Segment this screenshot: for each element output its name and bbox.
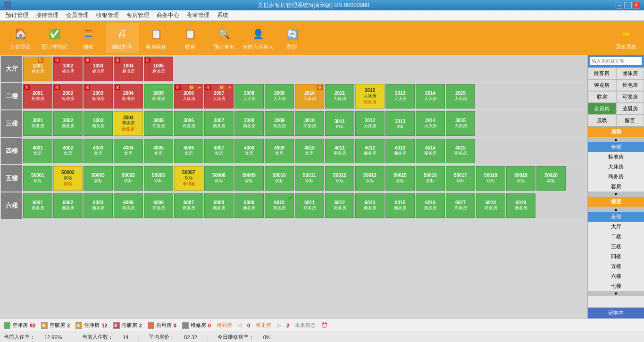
room-4012[interactable]: 4012商务房	[355, 139, 385, 163]
room-3013[interactable]: 3013 tRE	[385, 111, 415, 136]
room-6015[interactable]: 6015商务房	[385, 193, 415, 218]
room-50001[interactable]: 50001双标	[23, 166, 52, 191]
room-3004[interactable]: 3004 商务房 欧阳挺	[114, 111, 143, 136]
floor-lobby-filter[interactable]: 大厅	[588, 222, 644, 232]
room-type-down-arrow[interactable]: ▼	[588, 192, 644, 197]
room-4014[interactable]: 4014商务房	[416, 139, 445, 163]
room-type-standard[interactable]: 标准房	[588, 152, 644, 162]
floor-down-arrow[interactable]: ▼	[588, 291, 644, 296]
floor-4-filter[interactable]: 四楼	[588, 251, 644, 261]
room-50012[interactable]: 50012双标	[325, 166, 354, 191]
room-6018[interactable]: 6018商务房	[476, 193, 505, 218]
room-2001[interactable]: 团 2001 标准房	[23, 84, 52, 108]
floor-7-filter[interactable]: 七楼	[588, 281, 644, 291]
room-4003[interactable]: 4003套房	[84, 139, 113, 163]
close-button[interactable]: ✕	[633, 2, 640, 8]
wakeup-btn[interactable]: 晨唤	[588, 115, 616, 126]
room-type-up-arrow[interactable]: ▲	[588, 137, 644, 142]
empty-room-btn[interactable]: 散客房	[588, 67, 616, 79]
room-type-business[interactable]: 商务房	[588, 172, 644, 182]
room-6013[interactable]: 6013商务房	[355, 193, 385, 218]
room-2013[interactable]: 2013 大床房	[385, 84, 415, 108]
room-1001[interactable]: 脏 1001 标准房	[23, 57, 52, 81]
search-input[interactable]	[590, 57, 642, 66]
room-50006[interactable]: 50006双标	[144, 166, 173, 191]
room-1005[interactable]: 团 1005 标准房	[144, 57, 173, 81]
room-4002[interactable]: 4002套房	[53, 139, 83, 163]
room-2009[interactable]: 2009 大床房	[265, 84, 294, 108]
room-6005[interactable]: 6005商务房	[114, 193, 143, 218]
room-4005[interactable]: 4005套房	[144, 139, 173, 163]
room-2006[interactable]: 团 脏 ► 2006 大床房	[174, 84, 203, 108]
room-3010[interactable]: 3010 商务房	[295, 111, 324, 136]
room-3012[interactable]: 3012 大床房	[355, 111, 385, 136]
print-button[interactable]: 🖨 结账打印	[106, 23, 139, 53]
room-50007[interactable]: 50007双标李阿春	[174, 166, 203, 191]
room-1003[interactable]: 团 1003 标准房	[84, 57, 113, 81]
room-3005[interactable]: 3005 商务房	[144, 111, 173, 136]
checkout-button[interactable]: 🧮 结账	[72, 23, 105, 53]
current-guests-button[interactable]: 👤 当前入住客人	[242, 23, 275, 53]
floor-6-filter[interactable]: 六楼	[588, 271, 644, 281]
room-3001[interactable]: 3001 商务房	[23, 111, 52, 136]
minimize-button[interactable]: ─	[616, 2, 623, 8]
room-2004[interactable]: 团 2004 标准房	[114, 84, 143, 108]
room-6001[interactable]: 6001商务房	[23, 193, 52, 218]
refresh-button[interactable]: 🔄 刷新	[276, 23, 309, 53]
room-50011[interactable]: 50011双标	[295, 166, 324, 191]
room-50015[interactable]: 50015双标	[385, 166, 415, 191]
room-50019[interactable]: 50019双标	[506, 166, 535, 191]
menu-item-cashier[interactable]: 收银管理	[92, 10, 123, 20]
group-room-btn[interactable]: 团体房	[616, 67, 644, 79]
room-6011[interactable]: 6011商务房	[295, 193, 324, 218]
longterm-room-btn[interactable]: 长包房	[616, 79, 644, 91]
floor-area[interactable]: 大厅 脏 1001 标准房 团 1002 标准房 团 1003 标准房	[0, 55, 587, 318]
room-4011[interactable]: 4011商务房	[325, 139, 354, 163]
room-2011[interactable]: 2011 大床房	[325, 84, 354, 108]
room-3014[interactable]: 3014 大床房	[416, 111, 445, 136]
floor-up-arrow[interactable]: ▲	[588, 207, 644, 212]
room-2008[interactable]: 2008 大床房	[234, 84, 264, 108]
query-button[interactable]: 🔍 预订查询	[208, 23, 241, 53]
floor-2-filter[interactable]: 二楼	[588, 232, 644, 242]
room-2007[interactable]: 团 脏 ► 2007 大床房	[204, 84, 234, 108]
room-2010[interactable]: 脏 2010 大床房	[295, 84, 324, 108]
menu-item-room[interactable]: 客房管理	[123, 10, 153, 20]
room-6016[interactable]: 6016商务房	[416, 193, 445, 218]
exit-button[interactable]: ➡ 退出系统	[612, 23, 640, 53]
notes-btn[interactable]: 记事本	[588, 308, 644, 318]
room-50020[interactable]: 50020双标	[536, 166, 566, 191]
room-2003[interactable]: 团 2003 标准房	[84, 84, 113, 108]
room-50016[interactable]: 50016双标	[416, 166, 445, 191]
message-btn[interactable]: 留言	[616, 115, 644, 126]
room-4009[interactable]: 4009套房	[265, 139, 294, 163]
room-2012[interactable]: 2012 大床房 秋风清	[355, 84, 385, 108]
room-6008[interactable]: 6008商务房	[204, 193, 234, 218]
room-50017[interactable]: 50017双标	[446, 166, 475, 191]
available-room-btn[interactable]: 可卖房	[616, 91, 644, 103]
room-3011[interactable]: 3011 tRE	[325, 111, 354, 136]
menu-item-system[interactable]: 系统	[213, 10, 232, 20]
hourly-room-btn[interactable]: 钟点房	[588, 79, 616, 91]
room-2014[interactable]: 2014 大床房	[416, 84, 445, 108]
room-6003[interactable]: 6003商务房	[84, 193, 113, 218]
room-4015[interactable]: 4015商务房	[446, 139, 475, 163]
room-type-bigbed[interactable]: 大床房	[588, 162, 644, 172]
room-6012[interactable]: 6012商务房	[325, 193, 354, 218]
menu-item-business[interactable]: 商务中心	[153, 10, 183, 20]
room-50013[interactable]: 50013双标	[355, 166, 385, 191]
room-50009[interactable]: 50009双标	[234, 166, 264, 191]
room-50010[interactable]: 50010双标	[265, 166, 294, 191]
room-type-all[interactable]: 全部	[588, 142, 644, 152]
room-4007[interactable]: 4007套房	[204, 139, 234, 163]
room-2002[interactable]: 团 2002 标准房	[53, 84, 83, 108]
room-2005[interactable]: 2005 标准房	[144, 84, 173, 108]
room-50005[interactable]: 50005双标	[114, 166, 143, 191]
menu-item-reception[interactable]: 接待管理	[32, 10, 62, 20]
booking-checkin-button[interactable]: ✅ 预订转登记	[38, 23, 71, 53]
room-6002[interactable]: 6002商务房	[53, 193, 83, 218]
join-room-filter-btn[interactable]: 联房	[588, 91, 616, 103]
floor-5-filter[interactable]: 五楼	[588, 261, 644, 271]
room-6019[interactable]: 6019商务房	[506, 193, 535, 218]
room-6007[interactable]: 6007商务房	[174, 193, 203, 218]
